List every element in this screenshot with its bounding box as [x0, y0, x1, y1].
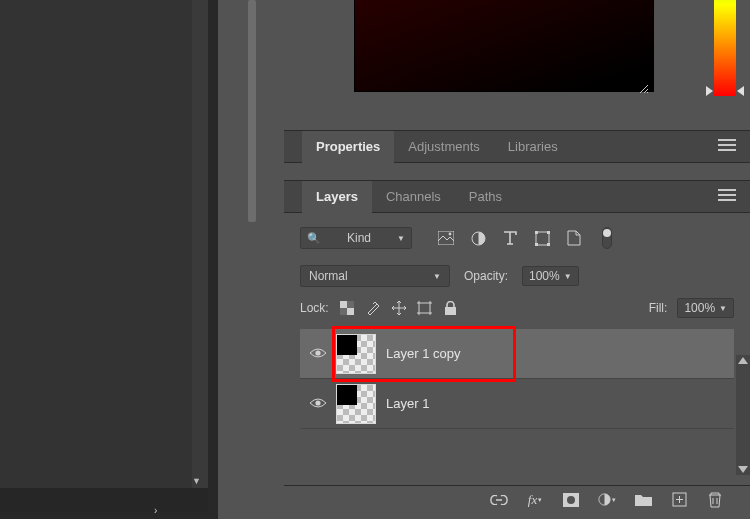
layers-scrollbar[interactable] — [736, 355, 750, 475]
visibility-toggle-icon[interactable] — [306, 346, 330, 362]
svg-point-17 — [567, 496, 575, 504]
svg-rect-9 — [347, 308, 354, 315]
blend-mode-label: Normal — [309, 269, 348, 283]
svg-point-14 — [315, 350, 320, 355]
layer-row[interactable]: Layer 1 copy — [300, 329, 734, 379]
chevron-down-icon: ▼ — [564, 272, 572, 281]
panel-gutter-scroll — [234, 0, 264, 519]
toggle-dot-icon — [603, 229, 611, 237]
scroll-down-icon[interactable]: ▼ — [192, 476, 201, 486]
new-group-icon[interactable] — [634, 491, 652, 509]
layers-body: 🔍 Kind ▼ Normal ▼ — [284, 213, 750, 437]
chevron-down-icon: ▼ — [397, 234, 405, 243]
filter-type-icon[interactable] — [502, 230, 518, 246]
svg-rect-13 — [445, 307, 456, 315]
layer-name[interactable]: Layer 1 copy — [386, 346, 460, 361]
filter-pixel-icon[interactable] — [438, 230, 454, 246]
layer-filter-dropdown[interactable]: 🔍 Kind ▼ — [300, 227, 412, 249]
svg-point-1 — [449, 233, 452, 236]
visibility-toggle-icon[interactable] — [306, 396, 330, 412]
color-field[interactable] — [354, 0, 654, 92]
scroll-thumb[interactable] — [248, 0, 256, 222]
link-layers-icon[interactable] — [490, 491, 508, 509]
lock-all-icon[interactable] — [443, 300, 459, 316]
delete-layer-icon[interactable] — [706, 491, 724, 509]
right-panel-stack: Properties Adjustments Libraries Layers … — [270, 0, 750, 519]
filter-icons — [438, 227, 612, 249]
scroll-up-icon[interactable] — [738, 357, 748, 364]
properties-panel-group: Properties Adjustments Libraries — [284, 130, 750, 179]
layer-thumbnail[interactable] — [336, 384, 376, 424]
tab-properties[interactable]: Properties — [302, 131, 394, 163]
document-area: ▼ › — [0, 0, 218, 519]
layer-row[interactable]: Layer 1 — [300, 379, 734, 429]
svg-rect-11 — [340, 308, 347, 315]
lock-artboard-icon[interactable] — [417, 300, 433, 316]
layer-list: Layer 1 copy Layer 1 — [300, 329, 734, 429]
search-icon: 🔍 — [307, 232, 321, 245]
layers-footer: fx▾ ▾ — [284, 485, 750, 513]
layer-thumbnail[interactable] — [336, 334, 376, 374]
layers-filter-row: 🔍 Kind ▼ — [300, 223, 734, 253]
blend-opacity-row: Normal ▼ Opacity: 100% ▼ — [300, 261, 734, 291]
canvas-scrollbar[interactable] — [192, 0, 208, 488]
new-layer-icon[interactable] — [670, 491, 688, 509]
hamburger-icon — [718, 189, 736, 201]
tab-channels[interactable]: Channels — [372, 181, 455, 213]
tab-layers[interactable]: Layers — [302, 181, 372, 213]
resize-handle-icon[interactable] — [639, 84, 649, 94]
scroll-down-icon[interactable] — [738, 466, 748, 473]
layers-panel-group: Layers Channels Paths 🔍 Kind ▼ — [284, 180, 750, 437]
layer-name[interactable]: Layer 1 — [386, 396, 429, 411]
layers-tabs: Layers Channels Paths — [284, 181, 750, 213]
tab-libraries[interactable]: Libraries — [494, 131, 572, 163]
tab-paths[interactable]: Paths — [455, 181, 516, 213]
svg-rect-7 — [547, 243, 550, 246]
lock-label: Lock: — [300, 301, 329, 315]
blend-mode-dropdown[interactable]: Normal ▼ — [300, 265, 450, 287]
hue-pointer-right-icon — [737, 86, 744, 96]
filter-toggle[interactable] — [602, 227, 612, 249]
hue-pointer-left-icon — [706, 86, 713, 96]
opacity-value: 100% — [529, 269, 560, 283]
svg-rect-12 — [419, 303, 430, 313]
svg-rect-8 — [340, 301, 347, 308]
lock-transparency-icon[interactable] — [339, 300, 355, 316]
svg-rect-5 — [547, 231, 550, 234]
properties-body — [284, 163, 750, 179]
fill-label[interactable]: Fill: — [649, 301, 668, 315]
tab-adjustments[interactable]: Adjustments — [394, 131, 494, 163]
lock-position-icon[interactable] — [391, 300, 407, 316]
fill-value: 100% — [684, 301, 715, 315]
filter-shape-icon[interactable] — [534, 230, 550, 246]
fill-input[interactable]: 100% ▼ — [677, 298, 734, 318]
layer-effects-icon[interactable]: fx▾ — [526, 491, 544, 509]
panel-menu-button[interactable] — [718, 189, 736, 204]
new-adjustment-layer-icon[interactable]: ▾ — [598, 491, 616, 509]
panel-menu-button[interactable] — [718, 139, 736, 154]
expand-chevron-icon[interactable]: › — [154, 505, 157, 516]
canvas-region[interactable] — [0, 0, 192, 488]
opacity-label[interactable]: Opacity: — [464, 269, 508, 283]
lock-fill-row: Lock: Fill: 100% ▼ — [300, 295, 734, 321]
svg-rect-10 — [347, 301, 354, 308]
svg-point-15 — [315, 400, 320, 405]
layer-filter-label: Kind — [347, 231, 371, 245]
chevron-down-icon: ▼ — [433, 272, 441, 281]
hue-slider[interactable] — [714, 0, 736, 96]
hamburger-icon — [718, 139, 736, 151]
chevron-down-icon: ▼ — [719, 304, 727, 313]
opacity-input[interactable]: 100% ▼ — [522, 266, 579, 286]
filter-smartobject-icon[interactable] — [566, 230, 582, 246]
properties-tabs: Properties Adjustments Libraries — [284, 131, 750, 163]
status-bar — [0, 488, 208, 512]
svg-rect-6 — [535, 243, 538, 246]
filter-adjustment-icon[interactable] — [470, 230, 486, 246]
lock-pixels-icon[interactable] — [365, 300, 381, 316]
svg-rect-4 — [535, 231, 538, 234]
panel-gutter — [218, 0, 234, 519]
add-mask-icon[interactable] — [562, 491, 580, 509]
